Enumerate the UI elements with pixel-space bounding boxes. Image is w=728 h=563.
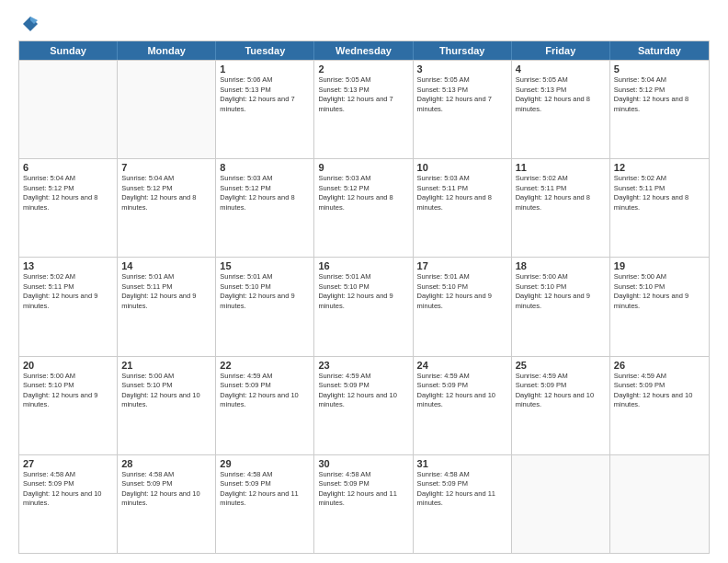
day-number: 30 [318,458,408,469]
day-number: 29 [220,458,310,469]
day-number: 26 [614,360,705,371]
cell-details: Sunrise: 5:00 AMSunset: 5:10 PMDaylight:… [516,272,606,311]
cell-details: Sunrise: 5:02 AMSunset: 5:11 PMDaylight:… [516,174,606,213]
cell-details: Sunrise: 4:58 AMSunset: 5:09 PMDaylight:… [220,470,310,509]
cell-details: Sunrise: 5:01 AMSunset: 5:10 PMDaylight:… [318,272,408,311]
cell-details: Sunrise: 4:58 AMSunset: 5:09 PMDaylight:… [417,470,507,509]
calendar-cell [610,455,709,553]
day-number: 27 [23,458,113,469]
day-number: 11 [516,162,606,173]
calendar-row: 20Sunrise: 5:00 AMSunset: 5:10 PMDayligh… [19,356,709,454]
cell-details: Sunrise: 4:58 AMSunset: 5:09 PMDaylight:… [121,470,211,509]
calendar-cell: 6Sunrise: 5:04 AMSunset: 5:12 PMDaylight… [19,159,118,257]
calendar-cell: 25Sunrise: 4:59 AMSunset: 5:09 PMDayligh… [512,357,610,454]
cell-details: Sunrise: 4:59 AMSunset: 5:09 PMDaylight:… [614,372,705,410]
calendar-cell: 1Sunrise: 5:06 AMSunset: 5:13 PMDaylight… [216,61,314,158]
cell-details: Sunrise: 4:59 AMSunset: 5:09 PMDaylight:… [417,372,507,410]
day-number: 14 [121,260,211,271]
cell-details: Sunrise: 5:03 AMSunset: 5:12 PMDaylight:… [318,174,408,213]
calendar-cell: 2Sunrise: 5:05 AMSunset: 5:13 PMDaylight… [314,61,413,158]
weekday-header-sunday: Sunday [19,41,118,60]
cell-details: Sunrise: 5:03 AMSunset: 5:11 PMDaylight:… [417,174,507,213]
day-number: 19 [614,260,705,271]
calendar-cell: 3Sunrise: 5:05 AMSunset: 5:13 PMDaylight… [414,61,512,158]
cell-details: Sunrise: 5:01 AMSunset: 5:10 PMDaylight:… [220,272,310,311]
page: SundayMondayTuesdayWednesdayThursdayFrid… [0,0,728,563]
day-number: 4 [516,63,606,75]
calendar-cell: 5Sunrise: 5:04 AMSunset: 5:12 PMDaylight… [610,61,709,158]
cell-details: Sunrise: 5:01 AMSunset: 5:10 PMDaylight:… [417,272,507,311]
calendar-cell: 24Sunrise: 4:59 AMSunset: 5:09 PMDayligh… [414,357,512,454]
calendar-cell: 11Sunrise: 5:02 AMSunset: 5:11 PMDayligh… [512,159,610,257]
weekday-header-friday: Friday [512,41,610,60]
calendar-body: 1Sunrise: 5:06 AMSunset: 5:13 PMDaylight… [19,60,709,553]
calendar-row: 6Sunrise: 5:04 AMSunset: 5:12 PMDaylight… [19,158,709,257]
cell-details: Sunrise: 5:05 AMSunset: 5:13 PMDaylight:… [516,75,606,114]
calendar-cell [19,61,118,158]
calendar-cell: 4Sunrise: 5:05 AMSunset: 5:13 PMDaylight… [512,61,610,158]
calendar-cell: 18Sunrise: 5:00 AMSunset: 5:10 PMDayligh… [512,258,610,355]
day-number: 13 [23,260,113,271]
calendar-cell: 22Sunrise: 4:59 AMSunset: 5:09 PMDayligh… [216,357,314,454]
calendar-header: SundayMondayTuesdayWednesdayThursdayFrid… [19,41,709,60]
cell-details: Sunrise: 5:05 AMSunset: 5:13 PMDaylight:… [318,75,408,114]
day-number: 3 [417,63,507,75]
day-number: 23 [318,360,408,371]
calendar-cell: 9Sunrise: 5:03 AMSunset: 5:12 PMDaylight… [314,159,413,257]
calendar-row: 1Sunrise: 5:06 AMSunset: 5:13 PMDaylight… [19,60,709,158]
calendar-cell: 21Sunrise: 5:00 AMSunset: 5:10 PMDayligh… [118,357,216,454]
calendar-cell: 10Sunrise: 5:03 AMSunset: 5:11 PMDayligh… [414,159,512,257]
cell-details: Sunrise: 4:59 AMSunset: 5:09 PMDaylight:… [318,372,408,410]
cell-details: Sunrise: 5:04 AMSunset: 5:12 PMDaylight:… [121,174,211,213]
calendar-row: 27Sunrise: 4:58 AMSunset: 5:09 PMDayligh… [19,454,709,553]
day-number: 25 [516,360,606,371]
day-number: 24 [417,360,507,371]
calendar-cell: 16Sunrise: 5:01 AMSunset: 5:10 PMDayligh… [314,258,413,355]
calendar-cell: 20Sunrise: 5:00 AMSunset: 5:10 PMDayligh… [19,357,118,454]
cell-details: Sunrise: 5:03 AMSunset: 5:12 PMDaylight:… [220,174,310,213]
header [18,15,710,33]
day-number: 16 [318,260,408,271]
day-number: 5 [614,63,705,75]
day-number: 17 [417,260,507,271]
day-number: 12 [614,162,705,173]
calendar-cell: 27Sunrise: 4:58 AMSunset: 5:09 PMDayligh… [19,455,118,553]
weekday-header-monday: Monday [118,41,216,60]
day-number: 9 [318,162,408,173]
calendar-cell: 19Sunrise: 5:00 AMSunset: 5:10 PMDayligh… [610,258,709,355]
calendar-row: 13Sunrise: 5:02 AMSunset: 5:11 PMDayligh… [19,257,709,355]
calendar-cell: 14Sunrise: 5:01 AMSunset: 5:11 PMDayligh… [118,258,216,355]
calendar-cell [118,61,216,158]
cell-details: Sunrise: 5:00 AMSunset: 5:10 PMDaylight:… [121,372,211,410]
cell-details: Sunrise: 5:05 AMSunset: 5:13 PMDaylight:… [417,75,507,114]
cell-details: Sunrise: 4:58 AMSunset: 5:09 PMDaylight:… [23,470,113,509]
day-number: 15 [220,260,310,271]
logo [18,15,42,33]
day-number: 10 [417,162,507,173]
day-number: 7 [121,162,211,173]
calendar-cell: 29Sunrise: 4:58 AMSunset: 5:09 PMDayligh… [216,455,314,553]
cell-details: Sunrise: 5:04 AMSunset: 5:12 PMDaylight:… [23,174,113,213]
calendar: SundayMondayTuesdayWednesdayThursdayFrid… [18,40,710,554]
calendar-cell: 12Sunrise: 5:02 AMSunset: 5:11 PMDayligh… [610,159,709,257]
logo-icon [21,15,40,33]
calendar-cell: 15Sunrise: 5:01 AMSunset: 5:10 PMDayligh… [216,258,314,355]
day-number: 21 [121,360,211,371]
cell-details: Sunrise: 5:02 AMSunset: 5:11 PMDaylight:… [23,272,113,311]
cell-details: Sunrise: 4:59 AMSunset: 5:09 PMDaylight:… [220,372,310,410]
day-number: 18 [516,260,606,271]
cell-details: Sunrise: 5:01 AMSunset: 5:11 PMDaylight:… [121,272,211,311]
cell-details: Sunrise: 4:58 AMSunset: 5:09 PMDaylight:… [318,470,408,509]
day-number: 28 [121,458,211,469]
cell-details: Sunrise: 5:04 AMSunset: 5:12 PMDaylight:… [614,75,705,114]
day-number: 6 [23,162,113,173]
cell-details: Sunrise: 4:59 AMSunset: 5:09 PMDaylight:… [516,372,606,410]
calendar-cell: 31Sunrise: 4:58 AMSunset: 5:09 PMDayligh… [414,455,512,553]
day-number: 2 [318,63,408,75]
calendar-cell [512,455,610,553]
weekday-header-wednesday: Wednesday [314,41,413,60]
day-number: 8 [220,162,310,173]
weekday-header-saturday: Saturday [610,41,709,60]
calendar-cell: 23Sunrise: 4:59 AMSunset: 5:09 PMDayligh… [314,357,413,454]
day-number: 1 [220,63,310,75]
